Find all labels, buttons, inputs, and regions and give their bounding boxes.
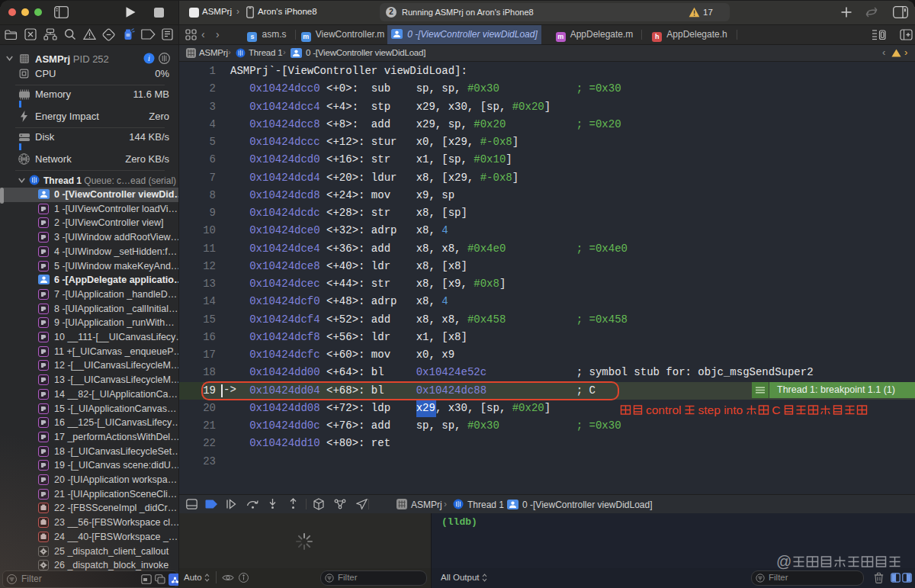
svg-text:i: i [148, 54, 150, 63]
